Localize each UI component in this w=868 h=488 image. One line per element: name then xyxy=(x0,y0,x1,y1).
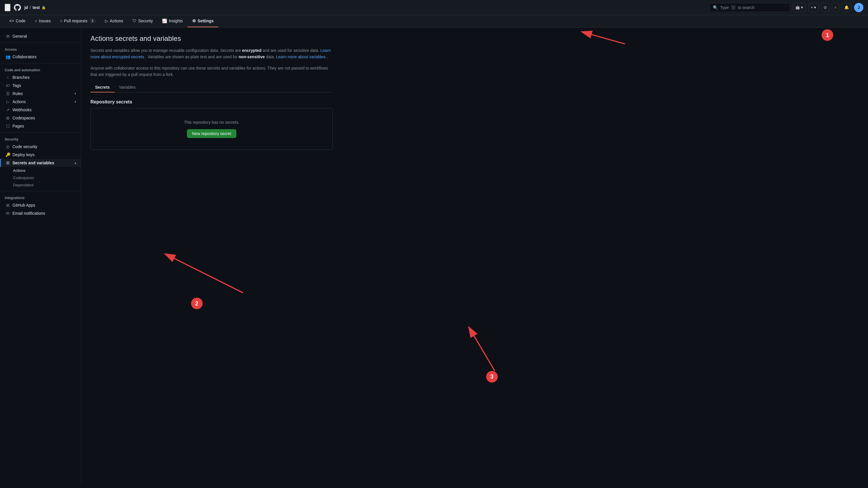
tab-pull-requests[interactable]: ⑃ Pull requests 3 xyxy=(55,15,100,27)
sidebar-secrets-label: Secrets and variables xyxy=(12,161,72,165)
sidebar-sub-item-actions[interactable]: Actions xyxy=(0,167,81,174)
description-text-1: Secrets and variables allow you to manag… xyxy=(90,48,242,53)
sidebar-section-integrations: Integrations xyxy=(0,194,81,201)
sidebar-item-secrets-variables[interactable]: ⊞ Secrets and variables ▴ xyxy=(0,159,81,167)
sidebar-divider-1 xyxy=(0,42,81,43)
sidebar-codespaces-label: Codespaces xyxy=(12,116,76,120)
rules-chevron-icon: ▾ xyxy=(74,92,76,96)
sidebar-item-general[interactable]: ⚙ General xyxy=(0,32,81,40)
description-link-variables[interactable]: Learn more about variables xyxy=(276,55,325,59)
sidebar-actions-label: Actions xyxy=(12,99,72,104)
sidebar-item-pages[interactable]: ☐ Pages xyxy=(0,122,81,130)
codespaces-icon: ⊞ xyxy=(5,116,10,120)
sidebar-item-codespaces[interactable]: ⊞ Codespaces xyxy=(0,114,81,122)
breadcrumb-repo[interactable]: test xyxy=(32,5,40,10)
sidebar-item-tags[interactable]: 🏷 Tags xyxy=(0,82,81,90)
pull-requests-icon: ⑃ xyxy=(60,19,62,23)
hamburger-button[interactable]: ☰ xyxy=(5,4,10,11)
search-shortcut-kbd: / xyxy=(731,5,736,10)
copilot-button[interactable]: 🤖 ▾ xyxy=(793,3,806,12)
pull-requests-badge: 3 xyxy=(89,19,96,23)
sidebar-item-email-notifications[interactable]: ✉ Email notifications xyxy=(0,209,81,217)
section-title-repo-secrets: Repository secrets xyxy=(90,99,333,105)
description-text-2: and are used for sensitive data. xyxy=(263,48,320,53)
avatar[interactable]: J xyxy=(854,3,863,12)
github-logo[interactable] xyxy=(13,3,22,12)
description-text-4: data. xyxy=(266,55,276,59)
description-bold-encrypted: encrypted xyxy=(242,48,261,53)
sidebar-sub-actions-label: Actions xyxy=(13,168,26,173)
description-2: Anyone with collaborator access to this … xyxy=(90,65,333,78)
github-apps-icon: ⊞ xyxy=(5,203,10,207)
sidebar-item-actions[interactable]: ▷ Actions ▾ xyxy=(0,98,81,106)
top-nav-left: ☰ jd / test 🔒 xyxy=(5,3,707,12)
collaborators-icon: 👥 xyxy=(5,55,10,59)
breadcrumb-user[interactable]: jd xyxy=(24,5,28,10)
secrets-box: This repository has no secrets. New repo… xyxy=(90,108,333,150)
notifications-button[interactable]: 🔔 xyxy=(842,3,852,12)
sidebar-sub-item-dependabot[interactable]: Dependabot xyxy=(0,182,81,189)
tab-code[interactable]: <> Code xyxy=(5,15,30,27)
secrets-empty-text: This repository has no secrets. xyxy=(97,120,327,125)
tab-actions[interactable]: ▷ Actions xyxy=(100,15,128,27)
deploy-keys-icon: 🔑 xyxy=(5,153,10,157)
actions-sidebar-icon: ▷ xyxy=(5,99,10,104)
tab-security[interactable]: 🛡 Security xyxy=(128,15,158,27)
search-suffix: to search xyxy=(738,5,755,10)
tab-issues-label: Issues xyxy=(39,19,51,23)
branches-icon: ⑃ xyxy=(5,75,10,80)
tab-settings[interactable]: ⚙ Settings xyxy=(188,15,218,27)
search-placeholder-text: Type xyxy=(720,5,729,10)
description-text-3: . Variables are shown as plain text and … xyxy=(145,55,239,59)
tab-code-label: Code xyxy=(16,19,25,23)
email-icon: ✉ xyxy=(5,211,10,216)
sidebar-item-branches[interactable]: ⑃ Branches xyxy=(0,73,81,82)
description-collaborator-text: Anyone with collaborator access to this … xyxy=(90,66,328,77)
sidebar-section-security: Security xyxy=(0,135,81,142)
content-tabs: Secrets Variables xyxy=(90,83,333,92)
main-content: Actions secrets and variables Secrets an… xyxy=(81,28,342,485)
tab-variables[interactable]: Variables xyxy=(115,83,140,92)
repo-navigation: <> Code ○ Issues ⑃ Pull requests 3 ▷ Act… xyxy=(0,15,868,28)
issues-button[interactable]: ⊙ xyxy=(821,3,830,12)
new-repository-secret-button[interactable]: New repository secret xyxy=(187,129,236,138)
sidebar-divider-4 xyxy=(0,191,81,191)
sidebar-item-deploy-keys[interactable]: 🔑 Deploy keys xyxy=(0,151,81,159)
sidebar-deploy-keys-label: Deploy keys xyxy=(12,153,76,157)
sidebar-pages-label: Pages xyxy=(12,124,76,128)
gear-icon: ⚙ xyxy=(5,34,10,38)
settings-icon: ⚙ xyxy=(192,19,196,23)
lock-icon: 🔒 xyxy=(41,5,46,9)
sidebar-sub-item-codespaces[interactable]: Codespaces xyxy=(0,174,81,182)
sidebar-item-github-apps[interactable]: ⊞ GitHub Apps xyxy=(0,201,81,209)
sidebar-item-code-security[interactable]: ◎ Code security xyxy=(0,142,81,151)
actions-chevron-icon: ▾ xyxy=(74,100,76,104)
sidebar: ⚙ General Access 👥 Collaborators Code an… xyxy=(0,28,81,485)
top-navigation: ☰ jd / test 🔒 🔍 Type / to search 🤖 ▾ + ▾… xyxy=(0,0,868,15)
main-layout: ⚙ General Access 👥 Collaborators Code an… xyxy=(0,28,868,485)
rules-icon: ☰ xyxy=(5,91,10,96)
sidebar-item-webhooks[interactable]: ↗ Webhooks xyxy=(0,106,81,114)
code-security-icon: ◎ xyxy=(5,144,10,149)
sidebar-sub-dependabot-label: Dependabot xyxy=(13,183,34,187)
pages-icon: ☐ xyxy=(5,124,10,128)
breadcrumb-separator: / xyxy=(30,5,31,10)
webhooks-icon: ↗ xyxy=(5,107,10,112)
sidebar-webhooks-label: Webhooks xyxy=(12,107,76,112)
search-bar[interactable]: 🔍 Type / to search xyxy=(709,3,790,12)
sidebar-rules-label: Rules xyxy=(12,91,72,96)
code-icon: <> xyxy=(9,19,14,23)
sidebar-email-label: Email notifications xyxy=(12,211,76,216)
sidebar-item-collaborators[interactable]: 👥 Collaborators xyxy=(0,53,81,61)
tab-issues[interactable]: ○ Issues xyxy=(30,15,55,27)
page-title: Actions secrets and variables xyxy=(90,34,333,42)
description-text-5: . xyxy=(327,55,328,59)
tab-secrets[interactable]: Secrets xyxy=(90,83,115,92)
sidebar-item-rules[interactable]: ☰ Rules ▾ xyxy=(0,90,81,98)
tab-security-label: Security xyxy=(138,19,153,23)
breadcrumb: jd / test 🔒 xyxy=(24,5,46,10)
new-button[interactable]: + ▾ xyxy=(808,3,819,12)
tab-insights[interactable]: 📈 Insights xyxy=(157,15,187,27)
sidebar-sub-codespaces-label: Codespaces xyxy=(13,175,34,180)
pull-requests-button[interactable]: ⑃ xyxy=(832,3,839,12)
